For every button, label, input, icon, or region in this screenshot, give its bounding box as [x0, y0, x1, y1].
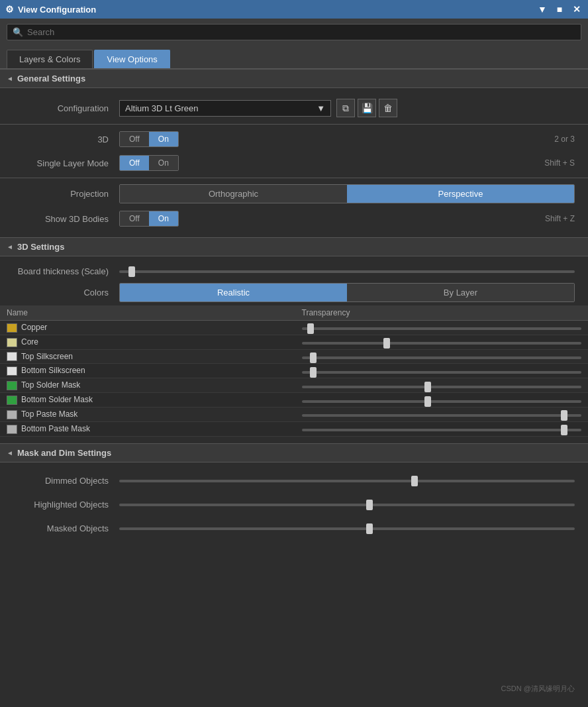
3d-toggle-control: Off On: [119, 131, 522, 147]
highlighted-objects-slider[interactable]: [119, 504, 575, 506]
show-3d-bodies-label: Show 3D Bodies: [13, 214, 119, 224]
colors-row: Colors Realistic By Layer: [0, 280, 588, 305]
search-input[interactable]: [27, 27, 575, 37]
transparency-cell[interactable]: [295, 364, 588, 378]
transparency-slider[interactable]: [302, 414, 581, 417]
watermark: CSDN @清风缘明月心: [501, 684, 575, 694]
transparency-slider[interactable]: [302, 356, 581, 359]
show-3d-bodies-row: Show 3D Bodies Off On Shift + Z: [0, 207, 588, 231]
transparency-slider[interactable]: [302, 342, 581, 345]
single-layer-on-button[interactable]: On: [149, 156, 178, 170]
3d-settings-arrow-icon: ◄: [7, 243, 13, 250]
show-3d-bodies-on-button[interactable]: On: [149, 211, 178, 226]
delete-config-button[interactable]: 🗑: [379, 99, 397, 117]
transparency-cell[interactable]: [295, 335, 588, 349]
board-thickness-row: Board thickness (Scale): [0, 263, 588, 280]
layer-name: Top Silkscreen: [21, 352, 73, 361]
app-icon: ⚙: [5, 4, 14, 15]
dimmed-objects-label: Dimmed Objects: [13, 476, 119, 486]
table-row: Core: [0, 335, 588, 349]
restore-button[interactable]: ■: [554, 3, 565, 15]
highlighted-objects-label: Highlighted Objects: [13, 500, 119, 510]
transparency-slider[interactable]: [302, 429, 581, 431]
table-row: Bottom Silkscreen: [0, 364, 588, 378]
board-thickness-label: Board thickness (Scale): [13, 266, 119, 276]
show-3d-bodies-shortcut: Shift + Z: [522, 214, 575, 223]
layer-name: Bottom Silkscreen: [21, 366, 85, 375]
transparency-slider[interactable]: [302, 386, 581, 388]
copy-config-button[interactable]: ⧉: [336, 99, 355, 117]
close-button[interactable]: ✕: [571, 3, 583, 15]
mask-dim-settings-header[interactable]: ◄ Mask and Dim Settings: [0, 443, 588, 462]
layer-name: Top Solder Mask: [21, 380, 80, 390]
3d-off-button[interactable]: Off: [120, 132, 149, 146]
main-content: ◄ General Settings Configuration Altium …: [0, 69, 588, 547]
transparency-slider[interactable]: [302, 371, 581, 374]
3d-settings-title: 3D Settings: [17, 242, 65, 252]
layers-table: Name Transparency CopperCoreTop Silkscre…: [0, 305, 588, 437]
3d-toggle-group: Off On: [119, 131, 179, 147]
minimize-button[interactable]: ▼: [536, 3, 548, 15]
perspective-button[interactable]: Perspective: [347, 185, 574, 203]
layer-name-cell: Bottom Silkscreen: [0, 364, 295, 378]
layer-name: Bottom Paste Mask: [21, 424, 90, 433]
general-settings-title: General Settings: [17, 74, 85, 83]
table-row: Top Silkscreen: [0, 349, 588, 364]
configuration-value: Altium 3D Lt Green: [125, 103, 199, 113]
transparency-slider[interactable]: [302, 400, 581, 403]
general-settings-area: Configuration Altium 3D Lt Green ▼ ⧉ 💾 🗑…: [0, 88, 588, 237]
transparency-cell[interactable]: [295, 393, 588, 408]
3d-settings-header[interactable]: ◄ 3D Settings: [0, 237, 588, 256]
masked-objects-control: [119, 527, 575, 530]
orthographic-button[interactable]: Orthographic: [120, 185, 347, 203]
mask-dim-settings-title: Mask and Dim Settings: [17, 448, 111, 458]
layer-name: Core: [21, 337, 38, 347]
table-row: Top Solder Mask: [0, 378, 588, 393]
single-layer-off-button[interactable]: Off: [120, 156, 149, 170]
mask-dim-arrow-icon: ◄: [7, 449, 13, 457]
layer-name-cell: Bottom Solder Mask: [0, 393, 295, 408]
masked-objects-slider[interactable]: [119, 527, 575, 530]
configuration-dropdown[interactable]: Altium 3D Lt Green ▼: [119, 100, 331, 117]
layer-name-cell: Copper: [0, 321, 295, 335]
transparency-cell[interactable]: [295, 421, 588, 436]
column-name: Name: [0, 305, 295, 321]
transparency-cell[interactable]: [295, 378, 588, 393]
tab-layers-colors[interactable]: Layers & Colors: [7, 50, 93, 68]
window-title: View Configuration: [18, 5, 96, 15]
table-row: Copper: [0, 321, 588, 335]
save-config-button[interactable]: 💾: [358, 99, 376, 117]
layer-name-cell: Core: [0, 335, 295, 349]
by-layer-button[interactable]: By Layer: [347, 284, 574, 301]
show-3d-bodies-off-button[interactable]: Off: [120, 211, 149, 226]
color-swatch: [7, 323, 17, 333]
board-thickness-slider[interactable]: [119, 270, 575, 273]
colors-group: Realistic By Layer: [119, 283, 575, 302]
tab-view-options[interactable]: View Options: [94, 50, 170, 68]
3d-shortcut: 2 or 3: [522, 135, 575, 144]
transparency-slider[interactable]: [302, 327, 581, 330]
dimmed-objects-slider[interactable]: [119, 480, 575, 482]
color-swatch: [7, 425, 17, 434]
color-swatch: [7, 352, 17, 361]
single-layer-mode-label: Single Layer Mode: [13, 158, 119, 168]
layer-name: Copper: [21, 323, 47, 332]
search-bar: 🔍: [0, 19, 588, 46]
search-icon: 🔍: [13, 27, 23, 37]
3d-on-button[interactable]: On: [149, 132, 178, 146]
transparency-cell[interactable]: [295, 321, 588, 335]
divider-2: [0, 178, 588, 178]
configuration-row: Configuration Altium 3D Lt Green ▼ ⧉ 💾 🗑: [0, 95, 588, 121]
realistic-button[interactable]: Realistic: [120, 284, 347, 301]
masked-objects-label: Masked Objects: [13, 523, 119, 533]
projection-row: Projection Orthographic Perspective: [0, 181, 588, 207]
general-settings-header[interactable]: ◄ General Settings: [0, 69, 588, 88]
search-input-wrap: 🔍: [7, 24, 581, 40]
layer-name-cell: Top Silkscreen: [0, 349, 295, 364]
table-row: Bottom Paste Mask: [0, 421, 588, 436]
transparency-cell[interactable]: [295, 349, 588, 364]
transparency-cell[interactable]: [295, 407, 588, 421]
color-swatch: [7, 410, 17, 419]
title-bar-left: ⚙ View Configuration: [5, 4, 96, 15]
divider-1: [0, 124, 588, 125]
